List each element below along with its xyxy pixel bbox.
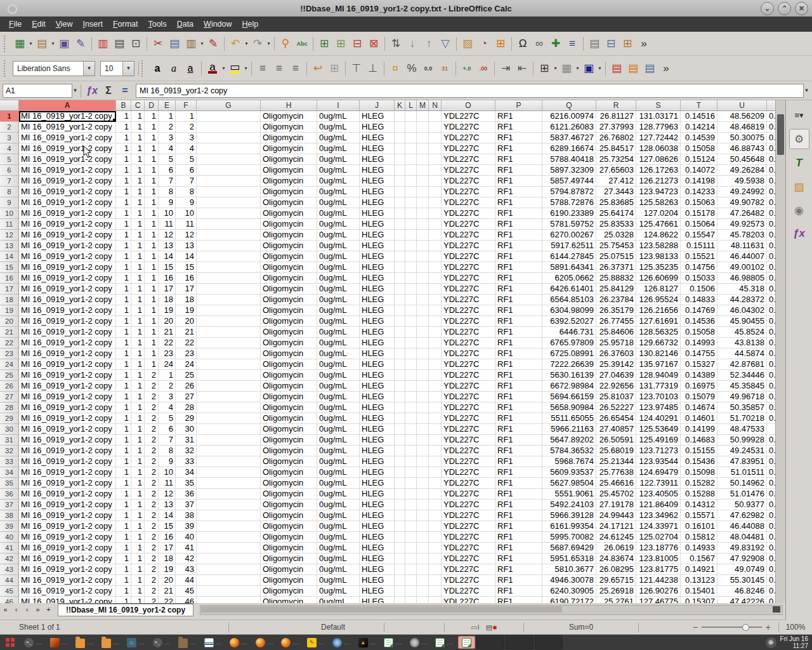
- cell[interactable]: 1: [116, 467, 131, 478]
- cell[interactable]: 0ug/mL: [317, 219, 360, 230]
- cell[interactable]: 2: [159, 381, 176, 392]
- cell[interactable]: 0.14214: [681, 122, 717, 133]
- cell[interactable]: 1: [131, 316, 145, 327]
- copy-button[interactable]: ▤: [167, 36, 182, 52]
- cell[interactable]: 1: [145, 295, 159, 305]
- cell[interactable]: 0.16101: [681, 521, 717, 532]
- cell[interactable]: 0.15307: [681, 597, 717, 603]
- cell[interactable]: 51.01476: [717, 489, 767, 500]
- zoom-out-icon[interactable]: −: [693, 622, 698, 632]
- cell[interactable]: [429, 489, 442, 500]
- cell[interactable]: RF1: [495, 554, 542, 564]
- cell[interactable]: 0.: [767, 251, 775, 262]
- cell[interactable]: 45.8524: [717, 327, 767, 338]
- cell[interactable]: 14: [176, 251, 197, 262]
- row-header[interactable]: 30: [0, 424, 19, 435]
- taskbar-item-launcher[interactable]: [1, 636, 20, 649]
- cell[interactable]: [417, 521, 429, 532]
- cell[interactable]: [405, 165, 417, 176]
- highlight-color-button[interactable]: ▭: [227, 60, 242, 77]
- cell[interactable]: [429, 359, 442, 370]
- cell[interactable]: HLEG: [360, 575, 395, 586]
- cell[interactable]: 129.66732: [636, 338, 681, 348]
- cell[interactable]: YDL227C: [442, 597, 495, 603]
- cell[interactable]: [429, 273, 442, 284]
- clone-formatting-button[interactable]: ✎: [206, 36, 221, 52]
- cell[interactable]: 0ug/mL: [317, 413, 360, 424]
- cell[interactable]: [429, 370, 442, 381]
- cell[interactable]: [405, 187, 417, 197]
- cell[interactable]: 1: [116, 564, 131, 575]
- cell[interactable]: 130.82146: [636, 348, 681, 359]
- cell[interactable]: 50.45648: [717, 154, 767, 165]
- cell[interactable]: [395, 273, 405, 284]
- cell[interactable]: 49.92573: [717, 219, 767, 230]
- cell[interactable]: 55.30145: [717, 575, 767, 586]
- cell[interactable]: [395, 597, 405, 603]
- cell[interactable]: 49.83192: [717, 543, 767, 554]
- overflow-button[interactable]: »: [658, 60, 674, 77]
- cell[interactable]: 0ug/mL: [317, 133, 360, 143]
- cell[interactable]: 0.14756: [681, 262, 717, 273]
- cell[interactable]: 6121.26083: [542, 122, 596, 133]
- cell[interactable]: [405, 262, 417, 273]
- cell[interactable]: Oligomycin: [261, 338, 317, 348]
- cell[interactable]: [395, 284, 405, 295]
- cell[interactable]: 49.0749: [717, 564, 767, 575]
- taskbar-item-calc[interactable]: ...: [432, 636, 457, 649]
- cell[interactable]: 5: [159, 154, 176, 165]
- cell[interactable]: 5810.3677: [542, 564, 596, 575]
- close-button[interactable]: ✕: [795, 2, 808, 15]
- cell[interactable]: 0ug/mL: [317, 392, 360, 402]
- cell[interactable]: 13: [159, 500, 176, 510]
- row-header[interactable]: 6: [0, 165, 19, 176]
- cell[interactable]: [405, 489, 417, 500]
- cell[interactable]: 0.: [767, 111, 775, 122]
- cell[interactable]: 1: [145, 241, 159, 251]
- cell[interactable]: Oligomycin: [261, 467, 317, 478]
- cell[interactable]: 0.: [767, 413, 775, 424]
- new-dropdown-icon[interactable]: ▾: [28, 36, 34, 52]
- cell[interactable]: 6765.97809: [542, 338, 596, 348]
- print-button[interactable]: ▤: [112, 36, 127, 52]
- cell[interactable]: 0ug/mL: [317, 381, 360, 392]
- cell[interactable]: 0ug/mL: [317, 154, 360, 165]
- row-header[interactable]: 8: [0, 187, 19, 197]
- cell[interactable]: YDL227C: [442, 586, 495, 597]
- cell[interactable]: Oligomycin: [261, 359, 317, 370]
- cell[interactable]: 123.18776: [636, 543, 681, 554]
- styles-button[interactable]: T: [790, 154, 809, 173]
- insert-comment-button[interactable]: ✚: [548, 36, 563, 52]
- cell[interactable]: 23: [176, 348, 197, 359]
- column-header-D[interactable]: D: [145, 100, 159, 111]
- cell[interactable]: 2: [145, 586, 159, 597]
- cell[interactable]: MI 16_0919_yor1-2 copy: [19, 327, 116, 338]
- cell[interactable]: [395, 122, 405, 133]
- cell[interactable]: 5966.39128: [542, 510, 596, 521]
- sum-status[interactable]: Sum=0: [524, 620, 638, 634]
- cell[interactable]: [405, 348, 417, 359]
- column-header-S[interactable]: S: [636, 100, 681, 111]
- cell[interactable]: 0.15098: [681, 467, 717, 478]
- cell[interactable]: 0ug/mL: [317, 500, 360, 510]
- cell[interactable]: 2: [145, 554, 159, 564]
- cell[interactable]: 46.8246: [717, 586, 767, 597]
- cell[interactable]: 1: [145, 359, 159, 370]
- cell[interactable]: RF1: [495, 467, 542, 478]
- cond-1-button[interactable]: ▤: [609, 60, 624, 77]
- cell[interactable]: 0ug/mL: [317, 305, 360, 316]
- cell[interactable]: 126.17263: [636, 165, 681, 176]
- cell[interactable]: 1: [116, 241, 131, 251]
- taskbar-item-folder2[interactable]: ...: [175, 636, 200, 649]
- cell[interactable]: 1: [131, 251, 145, 262]
- cell[interactable]: 124.40291: [636, 413, 681, 424]
- cell[interactable]: 26: [176, 381, 197, 392]
- cell[interactable]: 6190.23389: [542, 208, 596, 219]
- cell[interactable]: 0.: [767, 564, 775, 575]
- cell[interactable]: YDL227C: [442, 187, 495, 197]
- cell[interactable]: 0.: [767, 510, 775, 521]
- cell[interactable]: 123.34962: [636, 510, 681, 521]
- cell[interactable]: 1: [145, 327, 159, 338]
- cell[interactable]: HLEG: [360, 510, 395, 521]
- cell[interactable]: HLEG: [360, 554, 395, 564]
